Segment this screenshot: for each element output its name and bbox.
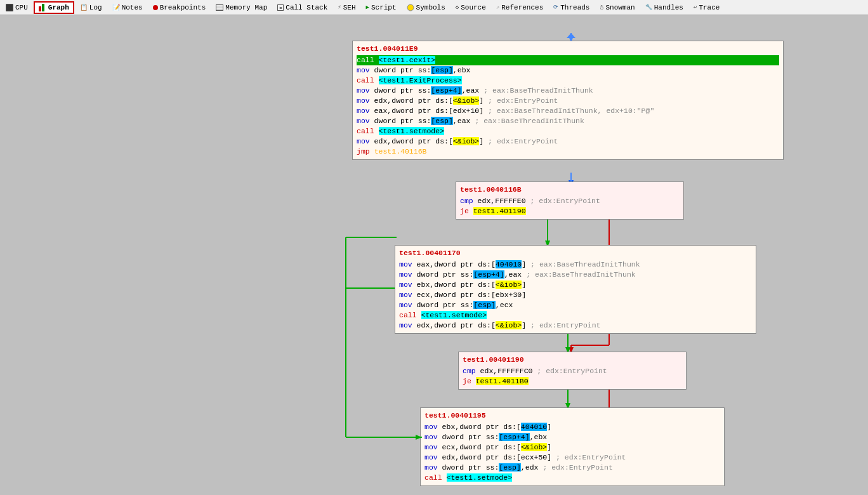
toolbar-refs-label: References	[501, 4, 543, 11]
notes-icon: 📝	[112, 4, 120, 11]
toolbar-snowman[interactable]: ☃ Snowman	[595, 1, 639, 14]
block1-line1: call <test1.cexit>	[357, 55, 779, 65]
toolbar-breakpoints[interactable]: Breakpoints	[148, 1, 211, 14]
block1-line8: call <test1.setmode>	[357, 126, 779, 136]
asm-block-3[interactable]: test1.00401170 mov eax,dword ptr ds:[404…	[395, 245, 756, 334]
toolbar-cpu-label: CPU	[15, 4, 28, 11]
block5-line4: mov edx,dword ptr ds:[ecx+50] ; edx:Entr…	[424, 452, 720, 463]
block3-line5: mov dword ptr ss:[esp],ecx	[399, 300, 752, 310]
toolbar-handles-label: Handles	[654, 4, 683, 11]
toolbar-log[interactable]: 📋 Log	[76, 1, 107, 14]
block5-line2: mov dword ptr ss:[esp+4],ebx	[424, 432, 720, 442]
script-icon: ▶	[366, 4, 369, 11]
block1-line4: mov dword ptr ss:[esp+4],eax ; eax:BaseT…	[357, 86, 779, 96]
block4-line1: cmp edx,FFFFFFC0 ; edx:EntryPoint	[463, 366, 682, 376]
seh-icon: ⚡	[338, 4, 341, 11]
block3-line6: call <test1.setmode>	[399, 310, 752, 320]
toolbar-memmap-label: Memory Map	[225, 4, 267, 11]
svg-rect-1	[42, 4, 44, 11]
svg-point-2	[407, 4, 414, 11]
block1-line10: jmp test1.40116B	[357, 147, 779, 157]
toolbar-handles[interactable]: 🔧 Handles	[641, 1, 688, 14]
toolbar-script-label: Script	[371, 4, 397, 11]
toolbar-trace-label: Trace	[699, 4, 720, 11]
block3-line7: mov edx,dword ptr ds:[<&iob>] ; edx:Entr…	[399, 320, 752, 331]
toolbar-references[interactable]: ↗ References	[492, 1, 548, 14]
callstack-icon: ≡	[277, 4, 284, 11]
block2-line2: je test1.401190	[460, 206, 680, 216]
asm-block-4[interactable]: test1.00401190 cmp edx,FFFFFFC0 ; edx:En…	[458, 352, 687, 390]
toolbar-source[interactable]: ◇ Source	[451, 1, 490, 14]
svg-rect-0	[39, 6, 41, 11]
block2-title: test1.0040116B	[460, 185, 680, 195]
toolbar: CPU Graph 📋 Log 📝 Notes Breakpoints Memo…	[0, 0, 868, 15]
svg-marker-29	[567, 33, 575, 38]
toolbar-seh-label: SEH	[343, 4, 356, 11]
toolbar-memorymap[interactable]: Memory Map	[211, 1, 272, 14]
cpu-icon	[6, 4, 13, 11]
block4-title: test1.00401190	[463, 355, 682, 365]
snowman-icon: ☃	[600, 4, 603, 11]
memmap-icon	[216, 4, 223, 11]
trace-icon: ↩	[694, 4, 697, 11]
block3-line3: mov ebx,dword ptr ds:[<&iob>]	[399, 280, 752, 290]
toolbar-script[interactable]: ▶ Script	[362, 1, 401, 14]
block5-line5: mov dword ptr ss:[esp],edx ; edx:EntryPo…	[424, 463, 720, 473]
block1-line3: call <test1.ExitProcess>	[357, 76, 779, 86]
dot-red-icon	[153, 5, 158, 10]
block3-line4: mov ecx,dword ptr ds:[ebx+30]	[399, 290, 752, 300]
block5-line6: call <test1.setmode>	[424, 473, 720, 483]
toolbar-cs-label: Call Stack	[286, 4, 327, 11]
toolbar-log-label: Log	[89, 4, 102, 11]
block1-title: test1.004011E9	[357, 44, 779, 54]
block1-line2: mov dword ptr ss:[esp],ebx	[357, 65, 779, 76]
toolbar-cpu[interactable]: CPU	[1, 1, 32, 14]
block1-line9: mov edx,dword ptr ds:[<&iob>] ; edx:Entr…	[357, 136, 779, 147]
toolbar-callstack[interactable]: ≡ Call Stack	[273, 1, 332, 14]
toolbar-snow-label: Snowman	[606, 4, 635, 11]
toolbar-threads-label: Threads	[560, 4, 589, 11]
block3-line2: mov dword ptr ss:[esp+4],eax ; eax:BaseT…	[399, 270, 752, 280]
symbols-icon	[407, 4, 414, 11]
asm-block-1[interactable]: test1.004011E9 call <test1.cexit> mov dw…	[352, 41, 784, 160]
block3-title: test1.00401170	[399, 248, 752, 258]
handles-icon: 🔧	[645, 4, 652, 11]
block5-title: test1.00401195	[424, 411, 720, 421]
loop-lines	[343, 237, 355, 495]
block1-line7: mov dword ptr ss:[esp],eax ; eax:BaseThr…	[357, 116, 779, 126]
toolbar-seh[interactable]: ⚡ SEH	[333, 1, 360, 14]
block5-line3: mov ecx,dword ptr ds:[<&iob>]	[424, 442, 720, 452]
toolbar-trace[interactable]: ↩ Trace	[689, 1, 724, 14]
log-icon: 📋	[80, 4, 88, 11]
asm-block-5[interactable]: test1.00401195 mov ebx,dword ptr ds:[404…	[420, 407, 725, 486]
toolbar-bp-label: Breakpoints	[160, 4, 206, 11]
block4-line2: je test1.4011B0	[463, 376, 682, 386]
toolbar-graph[interactable]: Graph	[34, 1, 74, 14]
asm-block-2[interactable]: test1.0040116B cmp edx,FFFFFE0 ; edx:Ent…	[456, 182, 684, 220]
toolbar-notes-label: Notes	[122, 4, 143, 11]
source-icon: ◇	[456, 4, 459, 11]
toolbar-graph-label: Graph	[48, 4, 69, 11]
toolbar-symbols[interactable]: Symbols	[402, 1, 450, 14]
toolbar-threads[interactable]: ⟳ Threads	[549, 1, 594, 14]
block3-line1: mov eax,dword ptr ds:[404010] ; eax:Base…	[399, 260, 752, 270]
block2-line1: cmp edx,FFFFFE0 ; edx:EntryPoint	[460, 196, 680, 206]
threads-icon: ⟳	[553, 4, 558, 11]
toolbar-notes[interactable]: 📝 Notes	[108, 1, 147, 14]
block1-line6: mov eax,dword ptr ds:[edx+10] ; eax:Base…	[357, 106, 779, 116]
toolbar-src-label: Source	[461, 4, 486, 11]
refs-icon: ↗	[496, 4, 499, 11]
block5-line1: mov ebx,dword ptr ds:[404010]	[424, 422, 720, 432]
block1-line5: mov edx,dword ptr ds:[<&iob>] ; edx:Entr…	[357, 96, 779, 106]
graph-icon	[39, 4, 46, 11]
toolbar-sym-label: Symbols	[416, 4, 445, 11]
graph-area[interactable]: test1.004011E9 call <test1.cexit> mov dw…	[0, 15, 868, 495]
